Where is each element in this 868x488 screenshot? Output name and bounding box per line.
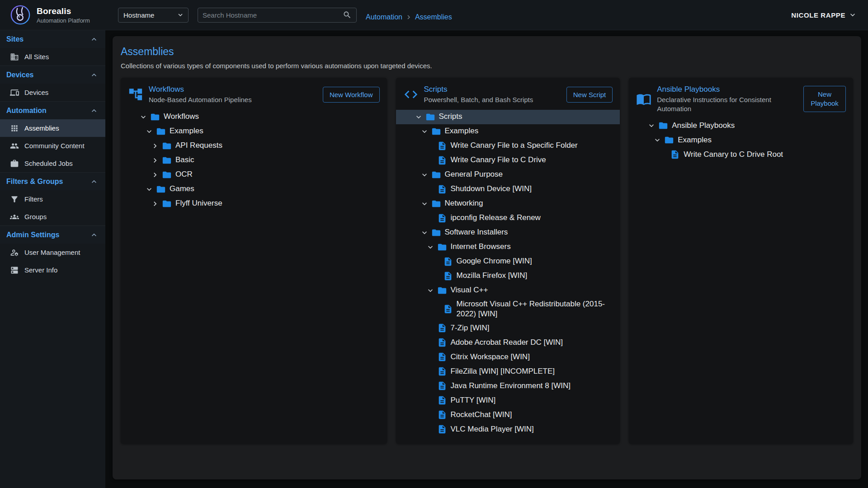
- chevron-down-icon[interactable]: [137, 113, 150, 122]
- chevron-up-icon[interactable]: [90, 177, 99, 186]
- tree-folder-internet-browsers[interactable]: Internet Browsers: [396, 240, 620, 254]
- tree-folder-basic[interactable]: Basic: [121, 153, 387, 168]
- tree-file-mozilla-firefox-win[interactable]: Mozilla Firefox [WIN]: [396, 269, 620, 283]
- card-workflows: WorkflowsNode-Based Automation Pipelines…: [121, 78, 387, 444]
- sidebar-item-user-management[interactable]: User Management: [0, 244, 105, 261]
- sidebar-section-header-admin-settings[interactable]: Admin Settings: [0, 226, 105, 244]
- tree-folder-flyff-universe[interactable]: Flyff Universe: [121, 197, 387, 211]
- chevron-right-icon[interactable]: [149, 199, 161, 208]
- tree-folder-examples[interactable]: Examples: [629, 133, 853, 147]
- tree-file-adobe-acrobat-reader-dc-win[interactable]: Adobe Acrobat Reader DC [WIN]: [396, 335, 620, 350]
- tree-file-7-zip-win[interactable]: 7-Zip [WIN]: [396, 321, 620, 335]
- tree-folder-visual-c[interactable]: Visual C++: [396, 283, 620, 298]
- breadcrumb-automation[interactable]: Automation: [366, 13, 402, 21]
- sidebar-item-filters[interactable]: Filters: [0, 190, 105, 208]
- chevron-down-icon[interactable]: [418, 170, 431, 179]
- chevron-down-icon[interactable]: [418, 228, 431, 237]
- scheduled-jobs-icon: [10, 159, 19, 168]
- tree-folder-examples[interactable]: Examples: [396, 124, 620, 139]
- tree-file-write-canary-to-c-drive-root[interactable]: Write Canary to C Drive Root: [629, 147, 853, 162]
- file-icon: [437, 424, 448, 434]
- tree-folder-software-installers[interactable]: Software Installers: [396, 225, 620, 240]
- workflow-icon: [128, 87, 143, 102]
- tree-folder-games[interactable]: Games: [121, 182, 387, 197]
- tree-file-vlc-media-player-win[interactable]: VLC Media Player [WIN]: [396, 422, 620, 436]
- sidebar-section-devices: DevicesDevices: [0, 66, 105, 101]
- sidebar-item-devices[interactable]: Devices: [0, 84, 105, 101]
- file-icon: [443, 257, 453, 267]
- chevron-down-icon[interactable]: [418, 199, 431, 208]
- tree-file-filezilla-win-incomplete[interactable]: FileZilla [WIN] [INCOMPLETE]: [396, 364, 620, 379]
- sidebar-section-label: Sites: [6, 35, 24, 43]
- sidebar-section-filters-groups: Filters & GroupsFiltersGroups: [0, 172, 105, 225]
- chevron-down-icon[interactable]: [143, 127, 156, 136]
- tree-folder-workflows[interactable]: Workflows: [121, 110, 387, 124]
- tree-folder-ansible-playbooks[interactable]: Ansible Playbooks: [629, 118, 853, 133]
- sidebar-section-header-sites[interactable]: Sites: [0, 30, 105, 48]
- tree-item-label: Internet Browsers: [451, 240, 511, 253]
- sidebar-section-header-automation[interactable]: Automation: [0, 102, 105, 119]
- chevron-up-icon[interactable]: [90, 106, 99, 115]
- chevron-up-icon[interactable]: [90, 230, 99, 239]
- new-workflow-button[interactable]: New Workflow: [323, 87, 380, 103]
- new-script-button[interactable]: New Script: [566, 87, 613, 103]
- folder-icon: [156, 184, 166, 194]
- tree-file-putty-win[interactable]: PuTTY [WIN]: [396, 393, 620, 408]
- tree-folder-general-purpose[interactable]: General Purpose: [396, 168, 620, 182]
- tree-file-citrix-workspace-win[interactable]: Citrix Workspace [WIN]: [396, 350, 620, 364]
- sidebar-section-header-filters-groups[interactable]: Filters & Groups: [0, 173, 105, 190]
- search-hostname-input[interactable]: [203, 11, 343, 19]
- sidebar-item-community-content[interactable]: Community Content: [0, 137, 105, 155]
- sidebar-item-groups[interactable]: Groups: [0, 208, 105, 225]
- tree-file-google-chrome-win[interactable]: Google Chrome [WIN]: [396, 254, 620, 269]
- sidebar-item-scheduled-jobs[interactable]: Scheduled Jobs: [0, 155, 105, 172]
- tree-item-label: Adobe Acrobat Reader DC [WIN]: [451, 336, 563, 349]
- chevron-up-icon[interactable]: [90, 70, 99, 80]
- card-titles: WorkflowsNode-Based Automation Pipelines: [149, 85, 252, 104]
- folder-icon: [431, 127, 442, 136]
- chevron-right-icon[interactable]: [149, 170, 161, 179]
- chevron-down-icon[interactable]: [418, 127, 431, 136]
- sidebar-item-assemblies[interactable]: Assemblies: [0, 119, 105, 137]
- tree-folder-api-requests[interactable]: API Requests: [121, 139, 387, 153]
- assemblies-panel: Assemblies Collections of various types …: [113, 36, 861, 479]
- chevron-right-icon[interactable]: [149, 141, 161, 150]
- breadcrumb-assemblies[interactable]: Assemblies: [415, 13, 452, 21]
- tree-file-write-canary-file-to-a-specific-folder[interactable]: Write Canary File to a Specific Folder: [396, 139, 620, 153]
- tree-file-write-canary-file-to-c-drive[interactable]: Write Canary File to C Drive: [396, 153, 620, 168]
- tree-item-label: Visual C++: [451, 284, 488, 297]
- tree-item-label: FileZilla [WIN] [INCOMPLETE]: [451, 365, 555, 378]
- tree-folder-scripts[interactable]: Scripts: [396, 110, 620, 124]
- chevron-down-icon[interactable]: [412, 113, 425, 122]
- chevron-up-icon[interactable]: [90, 35, 99, 44]
- brand-subtitle: Automation Platform: [37, 17, 90, 24]
- sidebar-item-server-info[interactable]: Server Info: [0, 261, 105, 279]
- search-icon: [343, 10, 352, 19]
- sidebar-item-label: Filters: [24, 195, 43, 203]
- sidebar-section-header-devices[interactable]: Devices: [0, 66, 105, 84]
- new-playbook-button[interactable]: New Playbook: [803, 86, 846, 113]
- tree-folder-examples[interactable]: Examples: [121, 124, 387, 139]
- tree-file-shutdown-device-win[interactable]: Shutdown Device [WIN]: [396, 182, 620, 197]
- hostname-select[interactable]: Hostname: [118, 8, 189, 23]
- tree-file-rocketchat-win[interactable]: RocketChat [WIN]: [396, 408, 620, 422]
- sidebar-item-label: Groups: [24, 213, 47, 221]
- tree-folder-networking[interactable]: Networking: [396, 197, 620, 211]
- chevron-down-icon[interactable]: [143, 185, 156, 194]
- tree-file-ipconfig-release-renew[interactable]: ipconfig Release & Renew: [396, 211, 620, 225]
- tree-file-java-runtime-environment-8-win[interactable]: Java Runtime Environment 8 [WIN]: [396, 379, 620, 393]
- cards-row: WorkflowsNode-Based Automation Pipelines…: [121, 78, 853, 444]
- sidebar-item-all-sites[interactable]: All Sites: [0, 48, 105, 66]
- tree-item-label: Examples: [678, 134, 712, 147]
- tree-item-label: Networking: [445, 197, 483, 210]
- sidebar-section-automation: AutomationAssembliesCommunity ContentSch…: [0, 101, 105, 172]
- file-icon: [437, 352, 448, 362]
- chevron-down-icon[interactable]: [645, 121, 658, 130]
- chevron-down-icon[interactable]: [651, 136, 664, 145]
- chevron-right-icon[interactable]: [149, 156, 161, 165]
- tree-file-microsoft-visual-c-redistributable-2015-2022-win[interactable]: Microsoft Visual C++ Redistributable (20…: [396, 298, 620, 321]
- tree-folder-ocr[interactable]: OCR: [121, 168, 387, 182]
- chevron-down-icon[interactable]: [424, 286, 437, 295]
- user-menu[interactable]: NICOLE RAPPE: [791, 10, 868, 19]
- chevron-down-icon[interactable]: [424, 243, 437, 252]
